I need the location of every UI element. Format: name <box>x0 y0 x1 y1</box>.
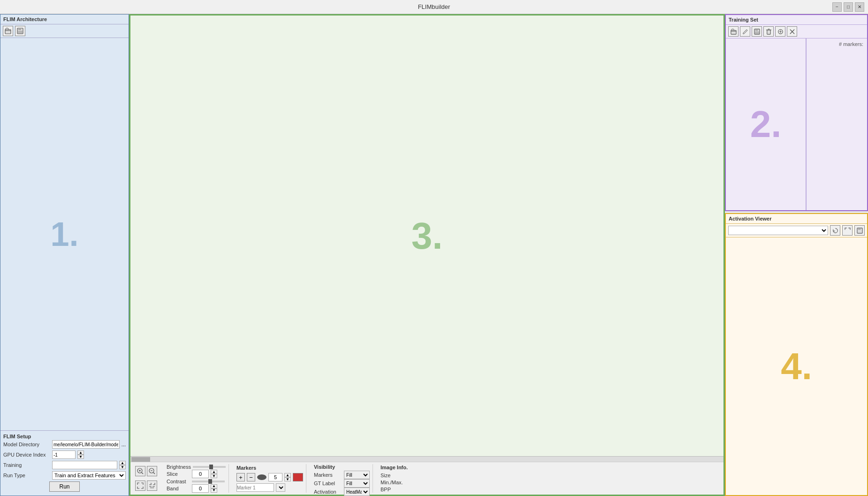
merge-training-button[interactable] <box>775 26 785 37</box>
training-left: 2. <box>726 38 806 210</box>
visibility-header-row: Visibility <box>314 464 370 471</box>
marker-select-row: ▼ <box>236 483 303 492</box>
marker-select-input[interactable] <box>236 483 274 492</box>
marker-size-down[interactable]: ▼ <box>284 477 291 481</box>
markers-header-row: Markers <box>236 465 303 472</box>
delete-training-button[interactable] <box>763 26 774 37</box>
gpu-spinner: ▲ ▼ <box>77 450 84 459</box>
run-button[interactable]: Run <box>49 481 79 492</box>
maximize-button[interactable]: □ <box>844 2 853 12</box>
marker-size-input[interactable] <box>268 473 282 481</box>
vis-markers-row: Markers Fill <box>314 471 370 479</box>
scrollbar-thumb[interactable] <box>131 457 150 462</box>
flim-setup-header: FLIM Setup <box>3 433 126 440</box>
expand-button[interactable] <box>135 481 145 491</box>
clear-training-button[interactable] <box>787 26 797 37</box>
gpu-spin-up[interactable]: ▲ <box>77 450 84 455</box>
markers-count-label: # markers: <box>839 41 863 47</box>
training-content: 2. # markers: <box>726 38 867 210</box>
bpp-label: BPP <box>381 487 404 492</box>
slice-spin-down[interactable]: ▼ <box>211 474 217 478</box>
activation-dropdown[interactable] <box>728 226 828 235</box>
gpu-spin-down[interactable]: ▼ <box>77 455 84 459</box>
vis-markers-dropdown[interactable]: Fill <box>344 471 370 479</box>
save-training-button[interactable] <box>752 26 762 37</box>
left-panel: FLIM Architecture 1. FLIM Setup <box>0 14 129 496</box>
svg-rect-0 <box>5 30 11 34</box>
band-spin-down[interactable]: ▼ <box>211 488 217 493</box>
vis-activation-row: Activation HeatMap <box>314 488 370 496</box>
bpp-row: BPP <box>381 487 417 492</box>
gpu-label: GPU Device Index <box>3 452 50 458</box>
svg-rect-11 <box>731 30 736 34</box>
vis-markers-label: Markers <box>314 472 342 478</box>
vis-gt-dropdown[interactable]: Fill <box>344 479 370 488</box>
activation-save-button[interactable] <box>854 225 865 236</box>
title-bar: FLIMbuilder − □ ✕ <box>0 0 868 14</box>
training-spin-down[interactable]: ▼ <box>119 465 126 469</box>
image-info-header-row: Image Info. <box>381 465 417 471</box>
gpu-input[interactable] <box>52 450 76 459</box>
minmax-label: Min./Max. <box>381 480 404 485</box>
slice-input[interactable] <box>192 470 209 478</box>
edit-training-button[interactable] <box>740 26 750 37</box>
training-toolbar <box>726 25 867 38</box>
vis-activation-label: Activation <box>314 489 342 495</box>
contrast-row: Contrast <box>167 479 226 484</box>
model-dir-ellipsis: ... <box>122 442 126 447</box>
right-panel: Training Set <box>725 14 868 496</box>
minimize-button[interactable]: − <box>832 2 842 12</box>
brightness-label: Brightness <box>167 464 191 470</box>
band-input[interactable] <box>192 484 209 493</box>
remove-marker-button[interactable]: − <box>247 473 255 481</box>
horizontal-scrollbar[interactable] <box>130 456 723 462</box>
training-row: Training ▲ ▼ <box>3 461 126 469</box>
training-number: 2. <box>726 38 806 210</box>
center-number: 3. <box>411 214 443 258</box>
size-label: Size <box>381 473 404 478</box>
markers-controls-row: + − ▲ ▼ <box>236 473 303 481</box>
band-row: Band ▲ ▼ <box>167 484 226 493</box>
open-architecture-button[interactable] <box>3 26 13 36</box>
vis-gt-row: GT Label Fill <box>314 479 370 488</box>
markers-section: Markers + − ▲ ▼ ▼ <box>234 464 306 493</box>
brightness-slider[interactable] <box>193 466 226 468</box>
minmax-row: Min./Max. <box>381 480 417 485</box>
app-title: FLIMbuilder <box>418 3 450 10</box>
svg-rect-13 <box>755 29 758 31</box>
svg-rect-15 <box>767 30 770 34</box>
contrast-label: Contrast <box>167 479 190 484</box>
close-button[interactable]: ✕ <box>855 2 864 12</box>
slice-label: Slice <box>167 471 190 477</box>
contrast-slider[interactable] <box>192 481 225 482</box>
run-type-row: Run Type Train and Extract Features Trai… <box>3 471 126 480</box>
brightness-section: Brightness Slice ▲ ▼ Contrast <box>164 464 229 493</box>
vis-activation-dropdown[interactable]: HeatMap <box>344 488 370 496</box>
model-dir-input[interactable] <box>52 440 120 449</box>
zoom-in-button[interactable] <box>135 466 145 476</box>
brightness-thumb[interactable] <box>209 465 213 469</box>
zoom-out-button[interactable] <box>147 466 157 476</box>
activation-toolbar <box>726 224 867 237</box>
training-set: Training Set <box>725 14 868 211</box>
markers-panel: # markers: <box>806 38 867 210</box>
marker-select-dropdown[interactable]: ▼ <box>276 483 285 492</box>
contrast-thumb[interactable] <box>208 479 212 484</box>
open-training-button[interactable] <box>728 26 739 37</box>
vis-gt-label: GT Label <box>314 481 342 486</box>
training-spinner: ▲ ▼ <box>119 461 126 469</box>
marker-color-button[interactable] <box>293 473 303 481</box>
add-marker-button[interactable]: + <box>236 473 245 481</box>
contract-button[interactable] <box>147 481 157 491</box>
training-spin-up[interactable]: ▲ <box>119 461 126 465</box>
image-canvas: 3. <box>130 15 723 456</box>
run-type-dropdown[interactable]: Train and Extract Features Train Only Ex… <box>52 471 126 480</box>
activation-refresh-button[interactable] <box>830 225 840 236</box>
model-dir-row: Model Directory ... <box>3 440 126 449</box>
visibility-label: Visibility <box>314 464 335 470</box>
size-row: Size <box>381 473 417 478</box>
activation-expand-button[interactable] <box>842 225 853 236</box>
architecture-toolbar <box>0 24 129 38</box>
save-architecture-button[interactable] <box>15 26 25 36</box>
training-input[interactable] <box>52 461 117 469</box>
